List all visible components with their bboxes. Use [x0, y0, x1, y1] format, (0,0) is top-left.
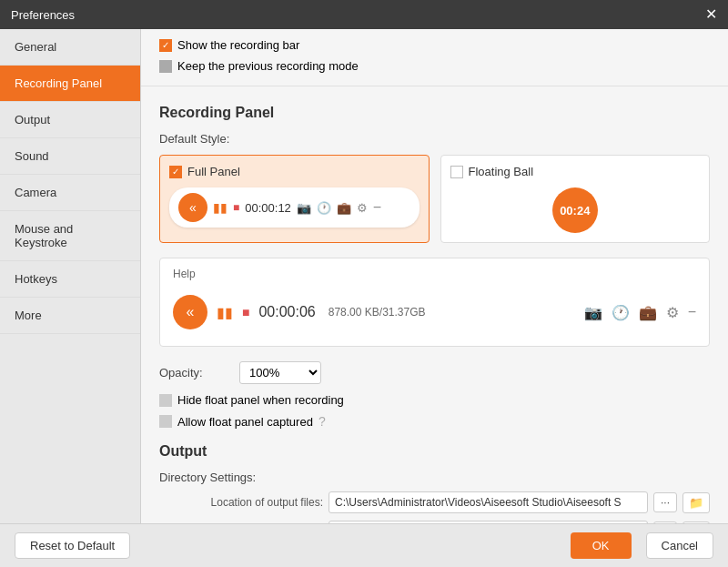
full-panel-stop-icon[interactable]: ■ [233, 201, 239, 214]
reset-button[interactable]: Reset to Default [15, 532, 130, 559]
full-panel-minimize-icon[interactable]: − [373, 199, 381, 216]
style-options: Full Panel « ▮▮ ■ 00:00:12 📷 🕐 💼 ⚙ − [159, 155, 710, 243]
allow-float-checkbox[interactable] [159, 415, 172, 428]
sidebar-item-output-label: Output [15, 113, 50, 127]
hide-float-row: Hide float panel when recording [159, 393, 710, 407]
full-panel-header: Full Panel [169, 165, 420, 178]
output-files-label: Location of output files: [159, 496, 323, 509]
keep-previous-mode-label: Keep the previous recording mode [177, 59, 359, 73]
sidebar-item-camera[interactable]: Camera [0, 175, 140, 211]
keep-previous-mode-checkbox[interactable] [159, 60, 172, 73]
opacity-label: Opacity: [159, 366, 232, 380]
full-panel-bar: « ▮▮ ■ 00:00:12 📷 🕐 💼 ⚙ − [169, 187, 420, 228]
keep-previous-mode-row: Keep the previous recording mode [159, 59, 710, 73]
output-files-row: Location of output files: ··· 📁 [159, 491, 710, 513]
help-pause-icon[interactable]: ▮▮ [217, 304, 233, 321]
full-panel-label: Full Panel [187, 165, 240, 178]
help-bar-container: Help « ▮▮ ■ 00:00:06 878.00 KB/31.37GB 📷… [159, 258, 710, 347]
floating-ball-label: Floating Ball [469, 165, 534, 178]
right-buttons: OK Cancel [571, 532, 713, 559]
allow-float-row: Allow float panel captured ? [159, 414, 710, 429]
preferences-window: Preferences ✕ General Recording Panel Ou… [0, 0, 728, 567]
full-panel-time: 00:00:12 [245, 201, 291, 215]
full-panel-checkbox[interactable] [169, 166, 182, 178]
close-button[interactable]: ✕ [705, 7, 717, 22]
help-stop-icon[interactable]: ■ [242, 305, 249, 319]
window-title: Preferences [11, 8, 75, 22]
help-camera-icon[interactable]: 📷 [584, 304, 602, 321]
help-icon[interactable]: ? [318, 414, 326, 429]
help-label: Help [173, 268, 696, 280]
allow-float-label: Allow float panel captured [177, 415, 313, 429]
sidebar-item-camera-label: Camera [15, 186, 56, 199]
sidebar-item-recording-panel[interactable]: Recording Panel [0, 66, 140, 102]
sidebar-item-hotkeys[interactable]: Hotkeys [0, 261, 140, 298]
output-section: Output Directory Settings: Location of o… [159, 443, 710, 523]
sidebar-item-sound-label: Sound [15, 149, 49, 163]
sidebar-item-output[interactable]: Output [0, 102, 140, 138]
sidebar-item-mouse-keystroke-label: Mouse and Keystroke [15, 222, 73, 249]
full-panel-pause-icon[interactable]: ▮▮ [213, 200, 228, 215]
main-content: General Recording Panel Output Sound Cam… [0, 29, 728, 523]
full-panel-card[interactable]: Full Panel « ▮▮ ■ 00:00:12 📷 🕐 💼 ⚙ − [159, 155, 430, 243]
full-panel-rewind-btn[interactable]: « [178, 193, 207, 222]
show-recording-bar-row: Show the recording bar [159, 38, 710, 52]
opacity-row: Opacity: 100% 90% 80% 70% [159, 361, 710, 384]
help-clock-icon[interactable]: 🕐 [612, 304, 630, 321]
output-files-folder-button[interactable]: 📁 [682, 492, 710, 513]
help-recording-bar: « ▮▮ ■ 00:00:06 878.00 KB/31.37GB 📷 🕐 💼 … [173, 288, 696, 337]
output-files-input[interactable] [329, 491, 648, 513]
floating-ball-header: Floating Ball [450, 165, 701, 178]
sidebar-item-recording-panel-label: Recording Panel [15, 76, 102, 90]
sidebar: General Recording Panel Output Sound Cam… [0, 29, 141, 523]
full-panel-briefcase-icon[interactable]: 💼 [337, 201, 351, 215]
show-recording-bar-checkbox[interactable] [159, 39, 172, 52]
ok-button[interactable]: OK [571, 532, 632, 559]
hide-float-label: Hide float panel when recording [177, 393, 344, 407]
help-rewind-btn[interactable]: « [173, 295, 207, 329]
output-files-dots-button[interactable]: ··· [653, 492, 677, 512]
sidebar-item-more-label: More [15, 309, 42, 322]
full-panel-camera-icon[interactable]: 📷 [297, 201, 311, 215]
dir-settings-label: Directory Settings: [159, 471, 710, 484]
floating-ball-card[interactable]: Floating Ball 00:24 [440, 155, 711, 243]
sidebar-item-general[interactable]: General [0, 29, 140, 66]
help-size: 878.00 KB/31.37GB [329, 306, 426, 319]
floating-ball-preview: 00:24 [450, 187, 701, 233]
opacity-select[interactable]: 100% 90% 80% 70% [239, 361, 321, 384]
floating-ball-circle[interactable]: 00:24 [552, 187, 598, 233]
cancel-button[interactable]: Cancel [646, 532, 713, 559]
recording-panel-title: Recording Panel [159, 105, 710, 121]
sidebar-item-general-label: General [15, 40, 56, 54]
floating-ball-checkbox[interactable] [450, 166, 463, 178]
titlebar: Preferences ✕ [0, 0, 728, 29]
full-panel-gear-icon[interactable]: ⚙ [357, 201, 368, 215]
help-briefcase-icon[interactable]: 💼 [639, 304, 657, 321]
default-style-label: Default Style: [159, 132, 710, 146]
top-checks-section: Show the recording bar Keep the previous… [141, 29, 728, 86]
help-time: 00:00:06 [258, 304, 315, 320]
bottom-bar: Reset to Default OK Cancel [0, 523, 728, 567]
sidebar-item-more[interactable]: More [0, 298, 140, 334]
sidebar-item-mouse-keystroke[interactable]: Mouse and Keystroke [0, 211, 140, 261]
content-scroll: Recording Panel Default Style: Full Pane… [141, 86, 728, 523]
hide-float-checkbox[interactable] [159, 394, 172, 407]
help-minimize-icon[interactable]: − [688, 304, 696, 320]
output-title: Output [159, 443, 710, 460]
show-recording-bar-label: Show the recording bar [177, 38, 299, 52]
sidebar-item-sound[interactable]: Sound [0, 138, 140, 175]
sidebar-item-hotkeys-label: Hotkeys [15, 272, 57, 286]
content-area: Show the recording bar Keep the previous… [141, 29, 728, 523]
help-gear-icon[interactable]: ⚙ [666, 304, 679, 321]
full-panel-clock-icon[interactable]: 🕐 [317, 201, 331, 215]
